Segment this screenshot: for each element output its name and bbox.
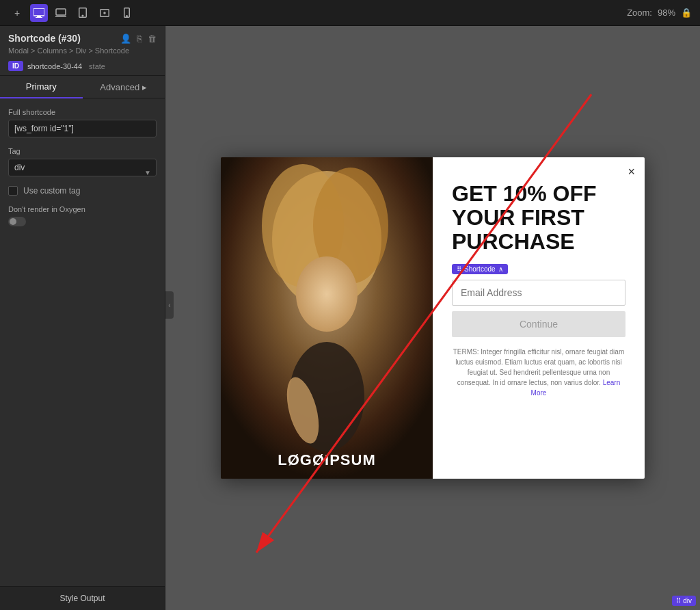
- modal-image-side: LØGØIPSUM: [221, 157, 433, 479]
- div-grid-icon: ⠿: [676, 597, 681, 605]
- svg-point-5: [82, 15, 83, 16]
- div-handle-label: div: [683, 597, 692, 605]
- sidebar-title: Shortcode (#30): [8, 33, 81, 44]
- copy-icon[interactable]: ⎘: [137, 34, 142, 44]
- sidebar-title-icons: 👤 ⎘ 🗑: [120, 34, 157, 44]
- svg-point-9: [126, 16, 127, 17]
- shortcode-arrow-icon: ∧: [498, 265, 503, 273]
- top-bar-left: +: [8, 4, 135, 22]
- modal-headline: GET 10% OFF YOUR FIRST PURCHASE: [452, 182, 625, 254]
- dont-render-row: [8, 217, 157, 226]
- top-bar-right: Zoom: 98% 🔒: [627, 8, 692, 18]
- svg-text:LØGØIPSUM: LØGØIPSUM: [278, 451, 375, 468]
- sidebar-title-row: Shortcode (#30) 👤 ⎘ 🗑: [8, 33, 157, 44]
- laptop-view-icon[interactable]: [52, 4, 70, 22]
- div-handle[interactable]: ⠿ div: [672, 596, 696, 606]
- toggle-knob: [10, 218, 16, 225]
- advanced-arrow-icon: ▸: [142, 82, 147, 92]
- sidebar-footer: Style Output: [0, 586, 165, 610]
- dont-render-toggle[interactable]: [8, 217, 26, 226]
- svg-rect-3: [56, 9, 66, 15]
- terms-content: TERMS: Integer fringilla efficitur nisl,…: [453, 348, 624, 386]
- tag-label: Tag: [8, 147, 157, 155]
- state-label: state: [89, 62, 105, 70]
- main-layout: Shortcode (#30) 👤 ⎘ 🗑 Modal > Columns > …: [0, 26, 700, 610]
- breadcrumb: Modal > Columns > Div > Shortcode: [8, 47, 157, 55]
- mobile-view-icon[interactable]: [118, 4, 135, 22]
- sidebar-content: Full shortcode Tag div span section ▼ Us…: [0, 98, 165, 586]
- modal-close-button[interactable]: ×: [628, 165, 635, 178]
- add-icon[interactable]: +: [8, 4, 26, 22]
- tag-select-wrapper: div span section ▼: [8, 159, 157, 186]
- svg-rect-0: [33, 8, 44, 16]
- shortcode-pill[interactable]: ⠿ Shortcode ∧: [452, 264, 508, 274]
- canvas-area: LØGØIPSUM × GET 10% OFF YOUR FIRST PURCH…: [165, 26, 700, 610]
- style-output-label: Style Output: [59, 594, 105, 603]
- tag-select[interactable]: div span section: [8, 159, 157, 176]
- desktop-view-icon[interactable]: [30, 4, 48, 22]
- sidebar: Shortcode (#30) 👤 ⎘ 🗑 Modal > Columns > …: [0, 26, 165, 610]
- delete-icon[interactable]: 🗑: [148, 34, 157, 44]
- tablet-view-icon[interactable]: [74, 4, 92, 22]
- zoom-label: Zoom:: [627, 8, 652, 18]
- use-custom-tag-row: Use custom tag: [8, 186, 157, 196]
- user-icon[interactable]: 👤: [120, 34, 131, 44]
- sidebar-collapse-handle[interactable]: ‹: [165, 291, 174, 319]
- shortcode-grid-icon: ⠿: [457, 265, 461, 273]
- modal-headline-line1: GET 10% OFF: [452, 182, 625, 206]
- sidebar-header: Shortcode (#30) 👤 ⎘ 🗑 Modal > Columns > …: [0, 26, 165, 76]
- style-output-button[interactable]: Style Output: [0, 587, 165, 610]
- id-text: shortcode-30-44: [27, 62, 82, 70]
- full-shortcode-label: Full shortcode: [8, 108, 157, 116]
- use-custom-tag-label: Use custom tag: [23, 186, 80, 196]
- dont-render-label: Don't render in Oxygen: [8, 205, 157, 213]
- modal-box: LØGØIPSUM × GET 10% OFF YOUR FIRST PURCH…: [221, 157, 645, 479]
- tab-primary[interactable]: Primary: [0, 76, 83, 98]
- email-input[interactable]: [452, 280, 625, 306]
- shortcode-pill-label: Shortcode: [464, 265, 496, 273]
- use-custom-tag-checkbox[interactable]: [8, 186, 18, 196]
- top-bar: + Zoom: 98% 🔒: [0, 0, 700, 26]
- lock-icon[interactable]: 🔒: [681, 8, 692, 18]
- svg-rect-1: [37, 16, 41, 17]
- modal-overlay: LØGØIPSUM × GET 10% OFF YOUR FIRST PURCH…: [165, 26, 700, 610]
- svg-point-7: [104, 12, 105, 14]
- svg-point-14: [296, 256, 358, 332]
- full-shortcode-input[interactable]: [8, 120, 157, 137]
- model-photo: LØGØIPSUM: [221, 157, 433, 479]
- tab-advanced[interactable]: Advanced ▸: [83, 76, 165, 98]
- modal-content-side: × GET 10% OFF YOUR FIRST PURCHASE ⠿ Shor…: [433, 157, 645, 479]
- mobile-wide-view-icon[interactable]: [96, 4, 113, 22]
- terms-text: TERMS: Integer fringilla efficitur nisl,…: [452, 347, 625, 398]
- svg-rect-2: [36, 17, 42, 18]
- modal-headline-line2: YOUR FIRST PURCHASE: [452, 206, 625, 254]
- sidebar-tabs: Primary Advanced ▸: [0, 76, 165, 98]
- zoom-value: 98%: [658, 8, 675, 18]
- continue-button[interactable]: Continue: [452, 311, 625, 337]
- id-pill: ID: [8, 61, 23, 71]
- id-badge: ID shortcode-30-44 state: [8, 61, 105, 71]
- model-photo-svg: LØGØIPSUM: [221, 157, 433, 479]
